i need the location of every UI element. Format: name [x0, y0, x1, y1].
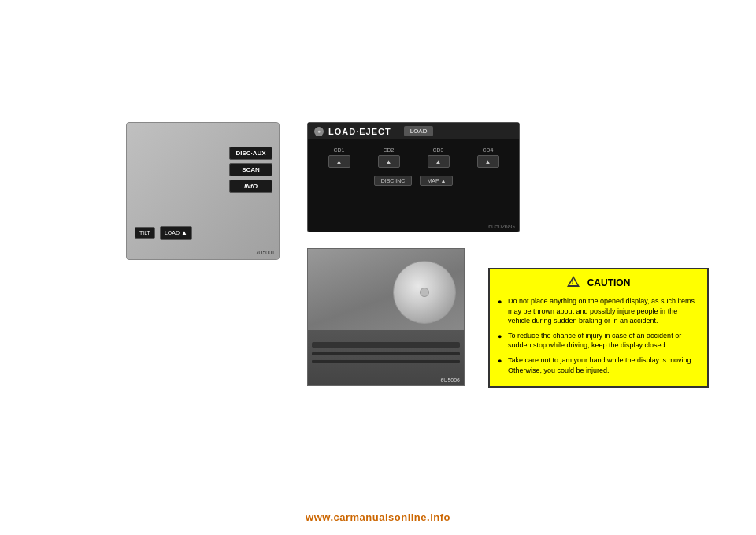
- cd-slot-4-button[interactable]: ▲: [477, 155, 499, 168]
- stereo-panel-inner: DISC·AUX SCAN INfO TILT LOAD ▲ 7U5001: [127, 123, 279, 259]
- stereo-bottom-row: TILT LOAD ▲: [135, 226, 192, 240]
- load-label: LOAD: [165, 230, 180, 236]
- caution-text-2: To reduce the chance of injury in case o…: [508, 331, 699, 351]
- cd-slot-1-label: CD1: [333, 147, 344, 153]
- load-eject-panel: ● LOAD·EJECT LOAD CD1 ▲ CD2 ▲ CD3 ▲: [307, 122, 520, 232]
- stereo-buttons-right: DISC·AUX SCAN INfO: [229, 147, 272, 193]
- website-url[interactable]: www.carmanualsonline.info: [306, 511, 450, 523]
- info-button[interactable]: INfO: [229, 180, 272, 193]
- stereo-panel-code: 7U5001: [255, 250, 275, 255]
- cd-disc-image: [393, 261, 456, 324]
- load-eject-title: LOAD·EJECT: [328, 127, 391, 136]
- caution-bullet-3: ●: [498, 356, 504, 375]
- caution-item-2: ● To reduce the chance of injury in case…: [498, 331, 699, 351]
- cd-eject-2-icon: ▲: [386, 158, 392, 165]
- disc-map-row: DISC INC MAP ▲: [308, 172, 519, 190]
- cd-slot-3-button[interactable]: ▲: [428, 155, 450, 168]
- cd-slot-3: CD3 ▲: [428, 147, 450, 168]
- tilt-button[interactable]: TILT: [135, 227, 155, 239]
- cd-eject-1-icon: ▲: [336, 158, 343, 165]
- load-button[interactable]: LOAD ▲: [160, 226, 192, 240]
- stereo-panel: DISC·AUX SCAN INfO TILT LOAD ▲ 7U5001: [126, 122, 280, 260]
- cd-symbol: ●: [317, 128, 321, 134]
- load-eject-load-btn[interactable]: LOAD: [404, 126, 434, 136]
- caution-title: CAUTION: [587, 277, 631, 288]
- cd-slot-1-button[interactable]: ▲: [328, 155, 350, 168]
- caution-item-3: ● Take care not to jam your hand while t…: [498, 355, 699, 375]
- map-button[interactable]: MAP ▲: [420, 176, 453, 186]
- caution-exclaim-icon: !: [572, 279, 573, 284]
- caution-text-1: Do not place anything on the opened disp…: [508, 296, 699, 326]
- cd-changer-code: 6U5006: [440, 377, 460, 383]
- load-eject-header: ● LOAD·EJECT LOAD: [308, 123, 519, 139]
- scan-button[interactable]: SCAN: [229, 163, 272, 176]
- page-container: DISC·AUX SCAN INfO TILT LOAD ▲ 7U5001 ● …: [0, 0, 756, 535]
- caution-bullet-1: ●: [498, 297, 504, 326]
- caution-text-3: Take care not to jam your hand while the…: [508, 355, 699, 375]
- cd-slot-1: CD1 ▲: [328, 147, 350, 168]
- cd-detail-1: [312, 352, 460, 355]
- cd-slot-tray: [312, 342, 460, 348]
- website-footer: www.carmanualsonline.info: [0, 511, 756, 523]
- caution-bullet-2: ●: [498, 332, 504, 351]
- disc-aux-button[interactable]: DISC·AUX: [229, 147, 272, 160]
- cd-detail-2: [312, 360, 460, 363]
- caution-items-list: ● Do not place anything on the opened di…: [498, 296, 699, 375]
- cd-slot-3-label: CD3: [432, 147, 443, 153]
- cd-disc-hole: [420, 288, 429, 297]
- caution-header: ! CAUTION: [498, 276, 699, 290]
- caution-triangle-container: !: [567, 276, 580, 290]
- cd-slot-2-label: CD2: [383, 147, 394, 153]
- cd-slots-container: CD1 ▲ CD2 ▲ CD3 ▲ CD4 ▲: [308, 139, 519, 172]
- caution-box: ! CAUTION ● Do not place anything on the…: [488, 268, 709, 388]
- cd-slot-4: CD4 ▲: [477, 147, 499, 168]
- cd-eject-3-icon: ▲: [435, 158, 442, 165]
- cd-slot-4-label: CD4: [482, 147, 493, 153]
- cd-eject-4-icon: ▲: [485, 158, 491, 165]
- cd-icon: ●: [314, 127, 324, 136]
- cd-changer-inner: 6U5006: [308, 249, 464, 385]
- cd-changer-panel: 6U5006: [307, 248, 465, 386]
- cd-slot-2: CD2 ▲: [378, 147, 400, 168]
- disc-inc-button[interactable]: DISC INC: [374, 176, 413, 186]
- caution-triangle-icon: !: [567, 276, 580, 287]
- load-eject-code: 6U5026aG: [488, 224, 515, 229]
- eject-icon: ▲: [181, 229, 187, 236]
- cd-slot-2-button[interactable]: ▲: [378, 155, 400, 168]
- caution-item-1: ● Do not place anything on the opened di…: [498, 296, 699, 326]
